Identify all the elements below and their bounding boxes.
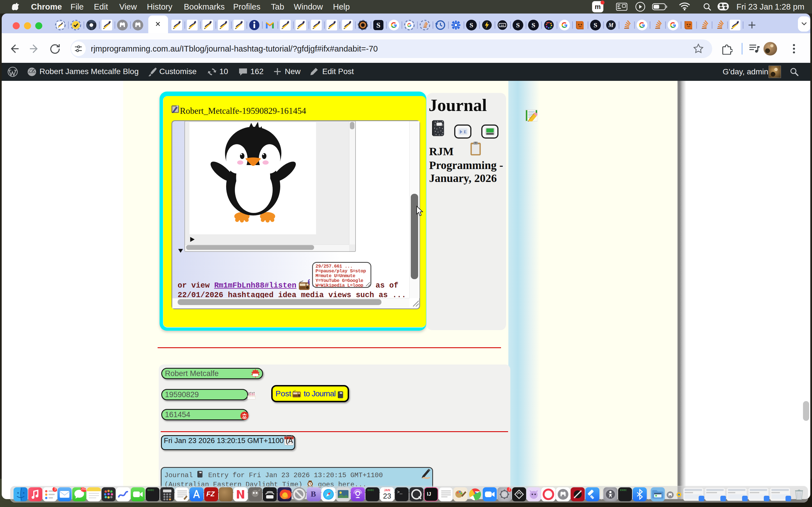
- svg-text:E: E: [464, 130, 466, 134]
